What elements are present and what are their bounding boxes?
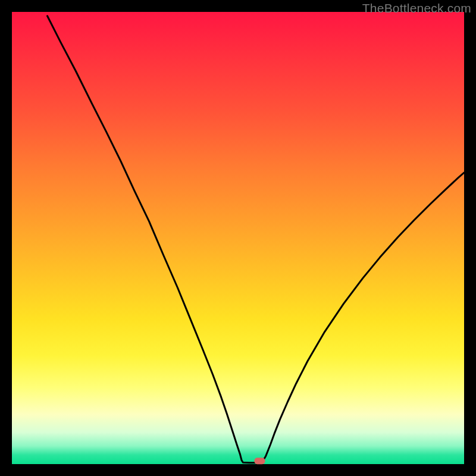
bottleneck-curve: [48, 16, 464, 463]
chart-container: TheBottleneck.com: [0, 0, 476, 476]
curve-layer: [12, 12, 464, 464]
min-marker: [254, 458, 265, 464]
plot-area: [12, 12, 464, 464]
watermark-text: TheBottleneck.com: [362, 1, 471, 15]
